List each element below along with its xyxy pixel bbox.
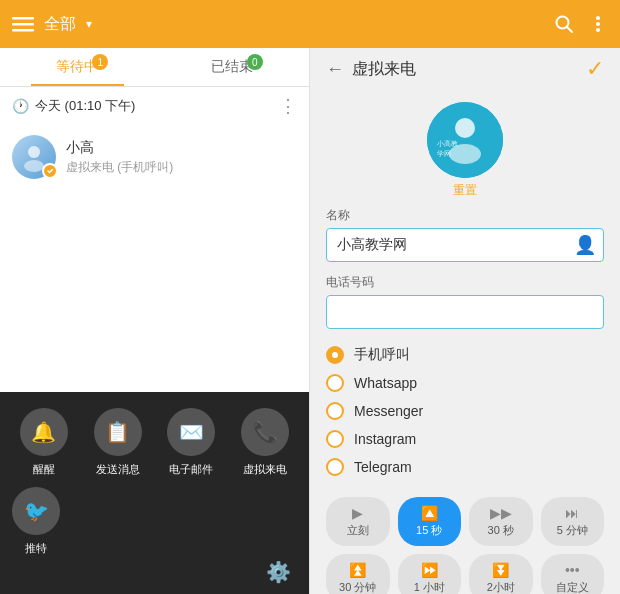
phone-input[interactable]	[326, 295, 604, 329]
left-panel: 等待中 1 已结束 0 🕐 今天 (01:10 下午) ⋮	[0, 48, 310, 594]
profile-section: 小高教 学网 重置	[310, 90, 620, 207]
time-5m-btn[interactable]: ⏭ 5 分钟	[541, 497, 605, 546]
back-button[interactable]: ←	[326, 59, 344, 80]
tabs: 等待中 1 已结束 0	[0, 48, 309, 87]
avatar-badge	[42, 163, 58, 179]
right-title: 虚拟来电	[352, 59, 416, 80]
time-30s-btn[interactable]: ▶▶ 30 秒	[469, 497, 533, 546]
profile-avatar[interactable]: 小高教 学网	[427, 102, 503, 178]
date-header-left: 🕐 今天 (01:10 下午)	[12, 97, 135, 115]
action-virtual-call[interactable]: 📞 虚拟来电	[233, 408, 297, 477]
time-30m-label: 30 分钟	[339, 580, 376, 594]
form-section: 名称 👤 电话号码	[310, 207, 620, 341]
name-label: 名称	[326, 207, 604, 224]
main-area: 等待中 1 已结束 0 🕐 今天 (01:10 下午) ⋮	[0, 48, 620, 594]
action-twitter[interactable]: 🐦 推特	[12, 487, 60, 556]
svg-rect-0	[12, 17, 34, 20]
radio-telegram[interactable]: Telegram	[326, 453, 604, 481]
time-30m-btn[interactable]: ⏫ 30 分钟	[326, 554, 390, 594]
time-custom-btn[interactable]: ••• 自定义	[541, 554, 605, 594]
time-now-label: 立刻	[347, 523, 369, 538]
tab-waiting-badge: 1	[92, 54, 108, 70]
time-grid: ▶ 立刻 🔼 15 秒 ▶▶ 30 秒 ⏭ 5 分钟 ⏫ 30 分钟 ⏩	[310, 489, 620, 594]
svg-point-13	[449, 144, 481, 164]
action-grid: 🔔 醒醒 📋 发送消息 ✉️ 电子邮件 📞 虚拟来电	[12, 408, 297, 477]
list-item-sub: 虚拟来电 (手机呼叫)	[66, 159, 297, 176]
date-header-text: 今天 (01:10 下午)	[35, 97, 135, 115]
svg-rect-2	[12, 29, 34, 32]
action-twitter-label: 推特	[25, 541, 47, 556]
radio-instagram-label: Instagram	[354, 431, 416, 447]
dropdown-icon[interactable]: ▾	[86, 17, 92, 31]
hamburger-icon[interactable]	[12, 13, 34, 35]
time-1h-label: 1 小时	[414, 580, 445, 594]
radio-telegram-label: Telegram	[354, 459, 412, 475]
radio-whatsapp-label: Whatsapp	[354, 375, 417, 391]
time-custom-label: 自定义	[556, 580, 589, 594]
name-input-container: 👤	[326, 228, 604, 262]
svg-point-9	[24, 160, 44, 172]
action-email[interactable]: ✉️ 电子邮件	[160, 408, 224, 477]
radio-whatsapp[interactable]: Whatsapp	[326, 369, 604, 397]
message-icon: 📋	[94, 408, 142, 456]
radio-messenger-label: Messenger	[354, 403, 423, 419]
time-2h-icon: ⏬	[492, 562, 509, 578]
name-form-group: 名称 👤	[326, 207, 604, 262]
svg-text:学网: 学网	[437, 150, 451, 157]
bottom-actions: 🔔 醒醒 📋 发送消息 ✉️ 电子邮件 📞 虚拟来电 🐦	[0, 392, 309, 594]
radio-mobile-call[interactable]: 手机呼叫	[326, 341, 604, 369]
top-bar: 全部 ▾	[0, 0, 620, 48]
radio-messenger-circle	[326, 402, 344, 420]
svg-point-6	[596, 22, 600, 26]
svg-point-5	[596, 16, 600, 20]
top-bar-title: 全部	[44, 14, 76, 35]
list-item[interactable]: 小高 虚拟来电 (手机呼叫)	[0, 125, 309, 189]
time-15s-icon: 🔼	[421, 505, 438, 521]
svg-text:小高教: 小高教	[437, 140, 458, 147]
email-icon: ✉️	[167, 408, 215, 456]
time-5m-icon: ⏭	[565, 505, 579, 521]
top-bar-left: 全部 ▾	[12, 13, 92, 35]
action-email-label: 电子邮件	[169, 462, 213, 477]
time-now-btn[interactable]: ▶ 立刻	[326, 497, 390, 546]
action-alarm[interactable]: 🔔 醒醒	[12, 408, 76, 477]
time-15s-label: 15 秒	[416, 523, 442, 538]
search-button[interactable]	[554, 14, 574, 34]
time-30m-icon: ⏫	[349, 562, 366, 578]
alarm-icon: 🔔	[20, 408, 68, 456]
phone-label: 电话号码	[326, 274, 604, 291]
action-row2: 🐦 推特	[12, 487, 297, 556]
phone-form-group: 电话号码	[326, 274, 604, 329]
more-options-button[interactable]	[588, 14, 608, 34]
list-item-text: 小高 虚拟来电 (手机呼叫)	[66, 139, 297, 176]
list-item-name: 小高	[66, 139, 297, 157]
action-message[interactable]: 📋 发送消息	[86, 408, 150, 477]
right-top-left: ← 虚拟来电	[326, 59, 416, 80]
svg-point-7	[596, 28, 600, 32]
name-input[interactable]	[326, 228, 604, 262]
action-alarm-label: 醒醒	[33, 462, 55, 477]
time-2h-btn[interactable]: ⏬ 2小时	[469, 554, 533, 594]
time-15s-btn[interactable]: 🔼 15 秒	[398, 497, 462, 546]
time-custom-icon: •••	[565, 562, 580, 578]
profile-avatar-inner: 小高教 学网	[427, 102, 503, 178]
tab-ended[interactable]: 已结束 0	[155, 48, 310, 86]
radio-messenger[interactable]: Messenger	[326, 397, 604, 425]
radio-telegram-circle	[326, 458, 344, 476]
date-more-button[interactable]: ⋮	[279, 95, 297, 117]
tab-ended-badge: 0	[247, 54, 263, 70]
twitter-icon: 🐦	[12, 487, 60, 535]
date-header: 🕐 今天 (01:10 下午) ⋮	[0, 87, 309, 125]
tab-waiting[interactable]: 等待中 1	[0, 48, 155, 86]
settings-icon[interactable]: ⚙️	[266, 560, 291, 584]
time-1h-btn[interactable]: ⏩ 1 小时	[398, 554, 462, 594]
radio-mobile-call-label: 手机呼叫	[354, 346, 410, 364]
confirm-button[interactable]: ✓	[586, 56, 604, 82]
reset-label[interactable]: 重置	[453, 182, 477, 199]
top-bar-right	[554, 14, 608, 34]
radio-instagram[interactable]: Instagram	[326, 425, 604, 453]
settings-row: ⚙️	[12, 556, 297, 584]
avatar-container	[12, 135, 56, 179]
action-virtual-call-label: 虚拟来电	[243, 462, 287, 477]
clock-icon: 🕐	[12, 98, 29, 114]
